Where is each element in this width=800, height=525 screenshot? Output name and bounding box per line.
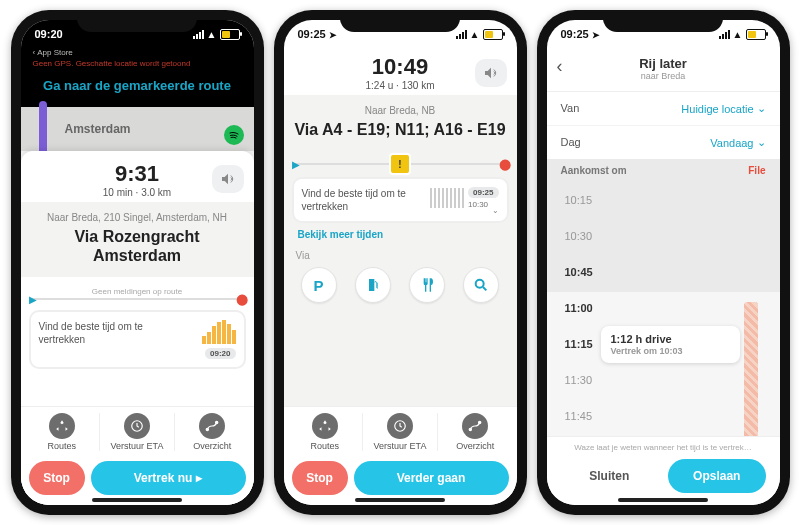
spotify-icon[interactable] <box>224 125 244 145</box>
overview-icon <box>462 413 488 439</box>
routes-icon <box>49 413 75 439</box>
progress-end-icon: ⬤ <box>236 293 248 306</box>
progress-start-icon: ▶ <box>292 159 300 170</box>
svg-point-6 <box>479 421 481 423</box>
eta-sub: 10 min · 3.0 km <box>103 187 171 198</box>
parking-button[interactable]: P <box>301 267 337 303</box>
day-row[interactable]: Dag Vandaag ⌄ <box>547 125 780 159</box>
traffic-header: File <box>748 165 765 176</box>
destination-sub: Naar Breda, NB <box>294 105 507 116</box>
send-eta-button[interactable]: Verstuur ETA <box>363 413 438 451</box>
time-slot-selected[interactable]: 11:15 1:12 h drive Vertrek om 10:03 <box>547 326 780 362</box>
time-slot[interactable]: 10:30 <box>547 218 780 254</box>
close-button[interactable]: Sluiten <box>561 459 659 493</box>
arrive-header: Aankomst om <box>561 165 627 176</box>
save-button[interactable]: Opslaan <box>668 459 766 493</box>
go-button[interactable]: Verder gaan <box>354 461 509 495</box>
route-banner: Ga naar de gemarkeerde route <box>21 74 254 107</box>
progress-label: Geen meldingen op route <box>31 287 244 296</box>
eta-time: 9:31 <box>103 161 171 187</box>
status-time: 09:25 <box>561 28 589 40</box>
routes-button[interactable]: Routes <box>25 413 100 451</box>
signal-icon <box>719 30 730 39</box>
destination-main: Via Rozengracht Amsterdam <box>31 227 244 265</box>
svg-point-3 <box>476 280 484 288</box>
stop-button[interactable]: Stop <box>29 461 85 495</box>
signal-icon <box>456 30 467 39</box>
play-icon: ▸ <box>196 471 202 485</box>
footer-hint: Waze laat je weten wanneer het tijd is t… <box>547 436 780 455</box>
destination-main: Via A4 - E19; N11; A16 - E19 <box>294 120 507 139</box>
page-title: Rij later <box>557 56 770 71</box>
depart-time-chip: 09:20 <box>205 348 235 359</box>
sound-toggle[interactable] <box>212 165 244 193</box>
battery-icon <box>483 29 503 40</box>
time-slot[interactable]: 11:00 <box>547 290 780 326</box>
hazard-icon: ! <box>389 153 411 175</box>
destination-sub: Naar Breda, 210 Singel, Amsterdam, NH <box>31 212 244 223</box>
time-picker[interactable]: 10:15 10:30 10:45 11:00 11:15 1:12 h dri… <box>547 182 780 436</box>
chevron-down-icon: ⌄ <box>492 206 499 215</box>
departure-card[interactable]: Vind de beste tijd om te vertrekken 09:2… <box>29 310 246 369</box>
phone-3: 09:25 ➤ ▲ ‹ Rij later naar Breda Van Hui… <box>537 10 790 515</box>
gps-warning: Geen GPS. Geschatte locatie wordt getoon… <box>21 57 254 74</box>
traffic-chart-icon <box>430 188 464 208</box>
route-progress: ▶ ⬤ <box>31 298 244 300</box>
more-times-link[interactable]: Bekijk meer tijden <box>284 223 517 242</box>
eta-sub: 1:24 u · 130 km <box>366 80 435 91</box>
wifi-icon: ▲ <box>733 29 743 40</box>
sound-toggle[interactable] <box>475 59 507 87</box>
location-icon: ➤ <box>329 30 337 40</box>
time-slot[interactable]: 10:15 <box>547 182 780 218</box>
phone-2: 09:25 ➤ ▲ 10:49 1:24 u · 130 km Naar Bre… <box>274 10 527 515</box>
appstore-back[interactable]: ‹ App Store <box>21 48 254 57</box>
drive-highlight: 1:12 h drive Vertrek om 10:03 <box>601 326 740 363</box>
clock-icon <box>387 413 413 439</box>
svg-point-2 <box>216 421 218 423</box>
status-time: 09:20 <box>35 28 85 40</box>
stop-button[interactable]: Stop <box>292 461 348 495</box>
location-icon: ➤ <box>592 30 600 40</box>
svg-point-5 <box>469 428 471 430</box>
overview-button[interactable]: Overzicht <box>438 413 512 451</box>
routes-icon <box>312 413 338 439</box>
food-button[interactable] <box>409 267 445 303</box>
from-row[interactable]: Van Huidige locatie ⌄ <box>547 92 780 125</box>
overview-button[interactable]: Overzicht <box>175 413 249 451</box>
eta-time: 10:49 <box>366 54 435 80</box>
depart-time-chip-1: 09:25 <box>468 187 498 198</box>
wifi-icon: ▲ <box>470 29 480 40</box>
time-slot[interactable]: 10:45 <box>547 254 780 290</box>
time-slot[interactable]: 11:30 <box>547 362 780 398</box>
go-button[interactable]: Vertrek nu ▸ <box>91 461 246 495</box>
search-button[interactable] <box>463 267 499 303</box>
progress-end-icon: ⬤ <box>499 158 511 171</box>
status-time: 09:25 <box>298 28 326 40</box>
departure-card[interactable]: Vind de beste tijd om te vertrekken 09:2… <box>292 177 509 223</box>
back-button[interactable]: ‹ <box>557 56 563 77</box>
page-sub: naar Breda <box>557 71 770 81</box>
chevron-down-icon: ⌄ <box>757 136 766 149</box>
clock-icon <box>124 413 150 439</box>
depart-text: Vind de beste tijd om te vertrekken <box>302 187 421 213</box>
overview-icon <box>199 413 225 439</box>
traffic-chart-icon <box>202 320 236 344</box>
svg-point-1 <box>206 428 208 430</box>
routes-button[interactable]: Routes <box>288 413 363 451</box>
signal-icon <box>193 30 204 39</box>
battery-icon <box>220 29 240 40</box>
route-progress: ▶ ! ⬤ <box>294 163 507 165</box>
send-eta-button[interactable]: Verstuur ETA <box>100 413 175 451</box>
map-preview[interactable]: Amsterdam <box>21 107 254 151</box>
time-slot[interactable]: 11:45 <box>547 398 780 434</box>
depart-text: Vind de beste tijd om te vertrekken <box>39 320 158 359</box>
chevron-down-icon: ⌄ <box>757 102 766 115</box>
battery-icon <box>746 29 766 40</box>
progress-start-icon: ▶ <box>29 294 37 305</box>
wifi-icon: ▲ <box>207 29 217 40</box>
fuel-button[interactable] <box>355 267 391 303</box>
phone-1: 09:20 ▲ ‹ App Store Geen GPS. Geschatte … <box>11 10 264 515</box>
via-label: Via <box>284 246 517 267</box>
